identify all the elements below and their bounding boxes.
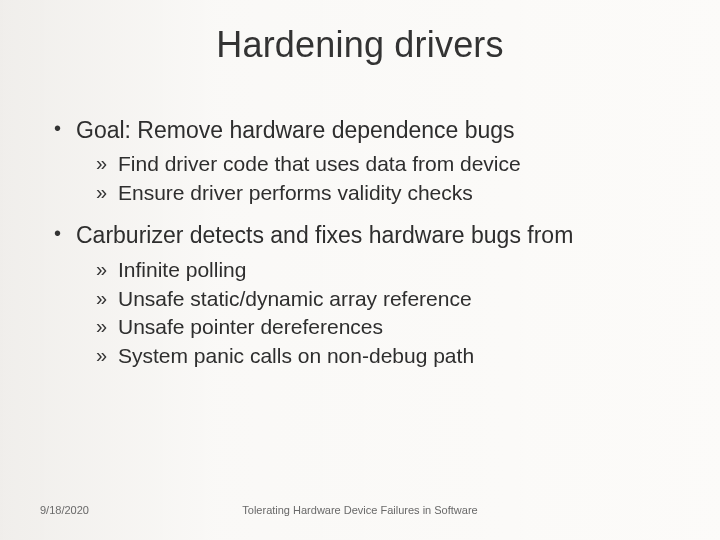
- sub-bullet-item: Find driver code that uses data from dev…: [76, 151, 666, 178]
- bullet-list: Goal: Remove hardware dependence bugs Fi…: [54, 116, 666, 370]
- footer-caption: Tolerating Hardware Device Failures in S…: [0, 504, 720, 516]
- bullet-item: Goal: Remove hardware dependence bugs Fi…: [54, 116, 666, 207]
- sub-bullet-item: Ensure driver performs validity checks: [76, 180, 666, 207]
- sub-bullet-text: Unsafe static/dynamic array reference: [118, 287, 472, 310]
- slide-content: Goal: Remove hardware dependence bugs Fi…: [54, 116, 666, 384]
- bullet-text: Carburizer detects and fixes hardware bu…: [76, 222, 573, 248]
- sub-bullet-item: Infinite polling: [76, 257, 666, 284]
- sub-bullet-text: Find driver code that uses data from dev…: [118, 152, 521, 175]
- bullet-item: Carburizer detects and fixes hardware bu…: [54, 221, 666, 370]
- sub-bullet-list: Find driver code that uses data from dev…: [76, 151, 666, 207]
- sub-bullet-list: Infinite polling Unsafe static/dynamic a…: [76, 257, 666, 371]
- sub-bullet-item: Unsafe static/dynamic array reference: [76, 286, 666, 313]
- sub-bullet-text: Unsafe pointer dereferences: [118, 315, 383, 338]
- sub-bullet-item: System panic calls on non-debug path: [76, 343, 666, 370]
- slide: Hardening drivers Goal: Remove hardware …: [0, 0, 720, 540]
- sub-bullet-item: Unsafe pointer dereferences: [76, 314, 666, 341]
- sub-bullet-text: System panic calls on non-debug path: [118, 344, 474, 367]
- bullet-text: Goal: Remove hardware dependence bugs: [76, 117, 515, 143]
- slide-title: Hardening drivers: [0, 24, 720, 66]
- sub-bullet-text: Infinite polling: [118, 258, 246, 281]
- sub-bullet-text: Ensure driver performs validity checks: [118, 181, 473, 204]
